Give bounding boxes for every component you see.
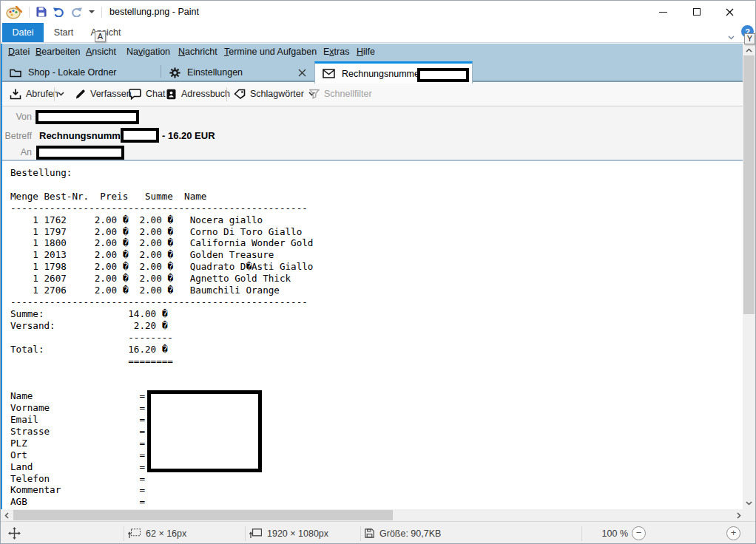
schnellfilter-label: Schnellfilter xyxy=(324,89,372,99)
menu-item-extras[interactable]: Extras xyxy=(323,44,349,61)
redaction-box-von xyxy=(36,110,139,124)
redaction-box-tab-subject xyxy=(417,68,469,82)
betreff-label: Betreff xyxy=(1,131,32,141)
minimize-icon xyxy=(659,12,667,13)
message-body: Bestellung: Menge Best-Nr. Preis Summe N… xyxy=(1,161,744,509)
window-controls xyxy=(647,1,746,23)
close-button[interactable] xyxy=(713,1,746,23)
envelope-icon xyxy=(323,69,335,78)
redaction-box-an xyxy=(36,146,124,160)
paint-window: bestellung.png - Paint Datei Start Ansic… xyxy=(0,0,756,544)
schlagwoerter-label: Schlagwörter xyxy=(250,89,304,99)
file-size-indicator: Größe: 90,7KB xyxy=(365,522,441,544)
move-cursor-icon xyxy=(8,527,21,540)
zoom-in-button[interactable]: + xyxy=(726,526,740,540)
toolbar-separator xyxy=(226,87,227,101)
thunderbird-tab-bar: Shop - Lokale Ordner Einstellungen xyxy=(1,61,744,82)
undo-icon[interactable] xyxy=(53,7,64,17)
paint-canvas[interactable]: DateiBearbeitenAnsichtNavigationNachrich… xyxy=(1,44,744,509)
adressbuch-button[interactable]: Adressbuch xyxy=(166,82,230,106)
menu-item-hilfe[interactable]: Hilfe xyxy=(357,44,375,61)
menu-item-bearbeiten[interactable]: Bearbeiten xyxy=(36,44,80,61)
scroll-down-icon[interactable] xyxy=(746,500,752,506)
tab-shop-lokale-ordner[interactable]: Shop - Lokale Ordner xyxy=(10,64,158,81)
gear-icon xyxy=(169,67,180,78)
verfassen-button[interactable]: Verfassen xyxy=(75,82,132,106)
maximize-icon xyxy=(693,8,701,16)
folder-icon xyxy=(10,68,21,78)
scroll-left-icon[interactable] xyxy=(3,512,10,519)
scroll-up-icon[interactable] xyxy=(746,47,752,53)
minimize-button[interactable] xyxy=(647,1,680,23)
menu-item-nachricht[interactable]: Nachricht xyxy=(178,44,217,61)
cursor-position-indicator xyxy=(8,522,21,544)
file-size-text: Größe: 90,7KB xyxy=(379,528,441,539)
tab-label: Shop - Lokale Ordner xyxy=(28,67,117,78)
image-size-text: 1920 × 1080px xyxy=(267,528,328,539)
redo-icon[interactable] xyxy=(71,7,82,17)
pencil-icon xyxy=(75,89,86,100)
paint-app-icon xyxy=(6,5,22,19)
scrollbar-corner xyxy=(743,509,755,521)
schnellfilter-button[interactable]: Schnellfilter xyxy=(309,82,372,106)
menu-item-datei[interactable]: Datei xyxy=(8,44,30,61)
ribbon-tab-datei[interactable]: Datei xyxy=(2,23,44,42)
tab-rechnungsnummer[interactable]: Rechnungsnummer: xyxy=(314,61,473,84)
ribbon-tab-start[interactable]: Start xyxy=(45,23,82,42)
chat-button[interactable]: Chat xyxy=(129,82,165,106)
keytip-ansicht: A xyxy=(95,31,106,42)
zoom-out-button[interactable]: − xyxy=(632,526,646,540)
zoom-level-text: 100 % xyxy=(602,528,628,539)
schlagwoerter-button[interactable]: Schlagwörter xyxy=(234,82,315,106)
title-bar: bestellung.png - Paint xyxy=(1,1,755,23)
betreff-prefix: Rechnungsnummer: xyxy=(39,130,132,141)
zoom-level: 100 % xyxy=(593,522,628,544)
redaction-box-customer-data xyxy=(147,390,262,472)
ribbon-tab-ansicht[interactable]: Ansicht xyxy=(84,23,128,42)
tab-label: Einstellungen xyxy=(187,67,243,78)
scroll-right-icon[interactable] xyxy=(735,512,742,519)
chat-label: Chat xyxy=(146,89,165,99)
abrufen-button[interactable]: Abrufen xyxy=(10,82,58,106)
statusbar-separator xyxy=(581,526,582,541)
tab-close-icon[interactable] xyxy=(298,69,306,77)
horizontal-scrollbar[interactable] xyxy=(1,509,744,521)
ribbon-collapse-chevron-icon[interactable] xyxy=(728,30,735,34)
selection-size-icon xyxy=(128,528,141,539)
adressbuch-label: Adressbuch xyxy=(181,89,230,99)
funnel-icon xyxy=(309,89,320,99)
von-label: Von xyxy=(1,112,32,122)
get-mail-icon xyxy=(10,89,21,100)
save-icon[interactable] xyxy=(36,7,47,17)
close-icon xyxy=(726,8,734,16)
menu-item-termine-und-aufgaben[interactable]: Termine und Aufgaben xyxy=(224,44,317,61)
tab-separator xyxy=(161,65,161,78)
abrufen-dropdown-chevron-icon[interactable] xyxy=(58,82,64,106)
keytip-help: Y xyxy=(744,33,755,44)
image-size-icon xyxy=(249,528,262,539)
disk-icon xyxy=(365,528,374,538)
thunderbird-window-border xyxy=(1,44,2,509)
quick-access-toolbar xyxy=(1,5,102,19)
address-book-icon xyxy=(166,89,177,100)
betreff-suffix: - 16.20 EUR xyxy=(162,130,215,141)
abrufen-split-separator xyxy=(54,87,55,101)
redaction-box-betreff xyxy=(121,128,159,143)
menu-item-ansicht[interactable]: Ansicht xyxy=(86,44,116,61)
vertical-scrollbar-thumb[interactable] xyxy=(743,55,755,314)
verfassen-label: Verfassen xyxy=(90,89,132,99)
titlebar-separator xyxy=(29,7,30,18)
tab-label: Rechnungsnummer: xyxy=(342,69,425,79)
statusbar-separator xyxy=(245,526,246,541)
an-label: An xyxy=(1,147,32,157)
maximize-button[interactable] xyxy=(680,1,713,23)
vertical-scrollbar[interactable] xyxy=(743,44,755,509)
customize-toolbar-chevron-icon[interactable] xyxy=(89,10,95,13)
statusbar-separator xyxy=(124,526,124,541)
tag-icon xyxy=(234,89,246,99)
menu-item-navigation[interactable]: Navigation xyxy=(126,44,170,61)
horizontal-scrollbar-thumb[interactable] xyxy=(13,510,393,520)
titlebar-separator xyxy=(101,7,102,18)
tab-einstellungen[interactable]: Einstellungen xyxy=(169,64,310,81)
image-size-indicator: 1920 × 1080px xyxy=(249,522,328,544)
